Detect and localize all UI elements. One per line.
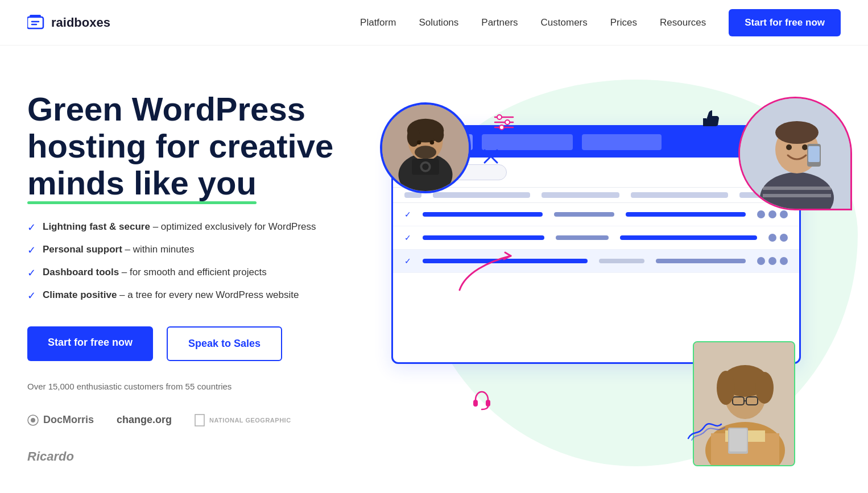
feature-bold-3: Dashboard tools	[43, 267, 119, 277]
hero-title: Green WordPress hosting for creative min…	[27, 91, 357, 202]
svg-point-47	[499, 125, 504, 130]
dot3	[780, 210, 788, 218]
nav-resources[interactable]: Resources	[660, 17, 706, 28]
dash-col-1	[433, 192, 530, 198]
hero-illustration: ✓ ✓	[369, 80, 841, 478]
headset-icon	[471, 389, 493, 415]
row2-bar2	[556, 235, 609, 240]
social-proof-text: Over 15,000 enthusiastic customers from …	[27, 382, 357, 391]
svg-rect-1	[30, 15, 41, 17]
row1-bar1	[423, 212, 543, 217]
docmorris-icon	[27, 415, 39, 426]
arrow-svg	[454, 250, 522, 296]
row2-bar3	[620, 235, 757, 240]
close-icon	[482, 148, 499, 169]
nav-solutions[interactable]: Solutions	[419, 17, 458, 28]
svg-rect-22	[763, 194, 831, 197]
svg-point-15	[415, 146, 436, 159]
brand-name: raidboxes	[51, 15, 110, 30]
filter-svg	[494, 114, 514, 131]
feature-text-1: Lightning fast & secure – optimized excl…	[43, 220, 316, 234]
svg-point-18	[422, 164, 428, 170]
dot1	[757, 210, 765, 218]
row3-dots	[757, 257, 788, 265]
thumbup-icon	[701, 108, 721, 133]
close-svg	[482, 148, 499, 165]
feature-rest-2: – within minutes	[122, 244, 195, 255]
row3-bar3	[656, 259, 746, 263]
photographer-svg	[382, 102, 469, 193]
dash-col-check	[404, 192, 421, 198]
check-icon-2: ✓	[27, 243, 36, 258]
feature-item-4: ✓ Climate positive – a tree for every ne…	[27, 288, 357, 303]
svg-rect-41	[729, 429, 747, 451]
row3-bar2	[599, 259, 644, 263]
feature-text-4: Climate positive – a tree for every new …	[43, 288, 299, 302]
row2-dots	[768, 234, 788, 242]
nav-prices[interactable]: Prices	[610, 17, 637, 28]
thumbup-svg	[701, 108, 721, 129]
cta-primary-button[interactable]: Start for free now	[27, 326, 153, 361]
woman-svg	[694, 342, 795, 466]
deco-lines-svg	[687, 419, 727, 441]
svg-point-38	[717, 371, 735, 405]
logo-link[interactable]: raidboxes	[27, 15, 110, 31]
nav-cta-button[interactable]: Start for free now	[729, 9, 841, 36]
nav-partners[interactable]: Partners	[481, 17, 518, 28]
hero-left: Green WordPress hosting for creative min…	[27, 80, 357, 464]
filter-icon	[494, 114, 514, 135]
nav-platform[interactable]: Platform	[360, 17, 396, 28]
svg-point-46	[505, 120, 510, 125]
brand-ricardo: Ricardo	[27, 449, 74, 464]
arrow-icon	[454, 250, 522, 298]
feature-rest-3: – for smooth and efficient projects	[119, 267, 267, 277]
brand-docmorris: DocMorris	[27, 414, 94, 426]
svg-point-5	[31, 418, 35, 422]
feature-item-3: ✓ Dashboard tools – for smooth and effic…	[27, 266, 357, 280]
svg-rect-21	[763, 187, 831, 190]
dot7	[768, 257, 776, 265]
dash-tab-3	[582, 134, 662, 150]
feature-item-1: ✓ Lightning fast & secure – optimized ex…	[27, 220, 357, 235]
photographer-photo	[382, 105, 469, 191]
feature-item-2: ✓ Personal support – within minutes	[27, 243, 357, 258]
svg-point-26	[802, 144, 808, 150]
svg-point-24	[775, 121, 819, 144]
nav-customers[interactable]: Customers	[541, 17, 588, 28]
feature-bold-4: Climate positive	[43, 289, 117, 300]
dot5	[780, 234, 788, 242]
feature-rest-4: – a tree for every new WordPress website	[117, 289, 299, 300]
dash-col-3	[631, 192, 728, 198]
dot2	[768, 210, 776, 218]
row1-check: ✓	[404, 210, 411, 219]
natgeo-icon	[195, 414, 205, 426]
dot4	[768, 234, 776, 242]
brand-natgeo: NATIONAL GEOGRAPHIC	[195, 414, 291, 426]
hero-title-line1: Green WordPress	[27, 90, 305, 127]
cta-secondary-button[interactable]: Speak to Sales	[167, 326, 282, 361]
svg-point-14	[430, 140, 435, 145]
svg-point-25	[786, 144, 792, 150]
row2-check: ✓	[404, 233, 411, 242]
man-svg	[740, 98, 852, 210]
svg-rect-6	[195, 415, 204, 426]
avatar-photographer	[380, 102, 471, 193]
svg-rect-28	[808, 146, 820, 162]
row1-dots	[757, 210, 788, 218]
svg-point-39	[755, 372, 774, 404]
svg-rect-50	[473, 400, 478, 407]
feature-bold-2: Personal support	[43, 244, 122, 255]
row3-check: ✓	[404, 256, 411, 266]
feature-rest-1: – optimized exclusively for WordPress	[150, 221, 316, 232]
check-icon-3: ✓	[27, 266, 36, 280]
hero-features-list: ✓ Lightning fast & secure – optimized ex…	[27, 220, 357, 304]
dash-table-header	[393, 188, 799, 203]
decorative-lines	[687, 419, 727, 444]
check-icon-4: ✓	[27, 289, 36, 303]
feature-text-2: Personal support – within minutes	[43, 243, 194, 256]
svg-point-13	[417, 140, 421, 145]
avatar-woman	[693, 341, 795, 466]
feature-bold-1: Lightning fast & secure	[43, 221, 150, 232]
row2-bar1	[423, 235, 544, 240]
svg-point-45	[497, 115, 502, 119]
